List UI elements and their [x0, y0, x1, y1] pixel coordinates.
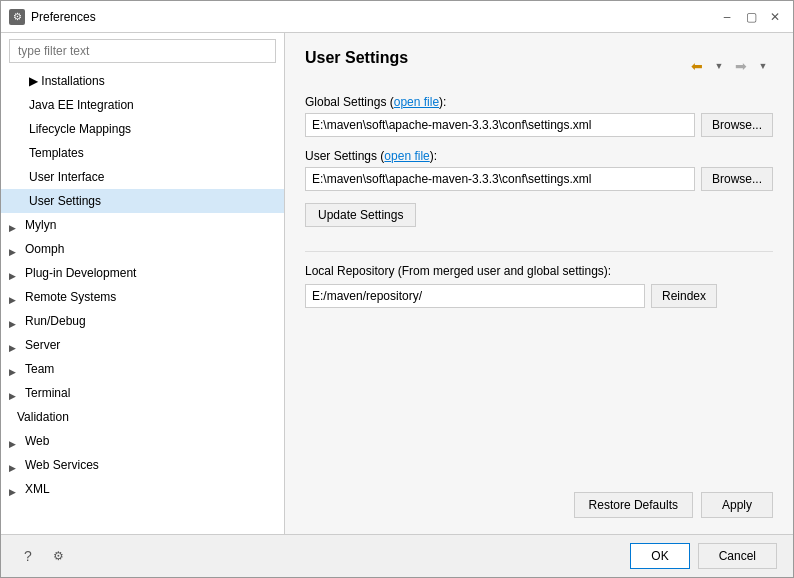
user-path-input[interactable] — [305, 167, 695, 191]
right-panel: User Settings ⬅ ▼ ➡ ▼ Global Settings (o… — [285, 33, 793, 534]
panel-toolbar: ⬅ ▼ ➡ ▼ — [687, 56, 773, 76]
user-settings-label: User Settings (open file): — [305, 149, 773, 163]
user-settings-row: Browse... — [305, 167, 773, 191]
chevron-icon: ▶ — [9, 291, 21, 303]
app-icon: ⚙ — [9, 9, 25, 25]
local-repo-label: Local Repository (From merged user and g… — [305, 264, 773, 278]
tree-item-xml[interactable]: ▶ XML — [1, 477, 284, 501]
window-title: Preferences — [31, 10, 96, 24]
chevron-icon: ▶ — [9, 459, 21, 471]
chevron-icon: ▶ — [9, 315, 21, 327]
preferences-window: ⚙ Preferences – ▢ ✕ ▶ Installations Java… — [0, 0, 794, 578]
chevron-icon: ▶ — [9, 339, 21, 351]
global-settings-row: Browse... — [305, 113, 773, 137]
bottom-bar: ? ⚙ OK Cancel — [1, 534, 793, 577]
chevron-icon: ▶ — [9, 435, 21, 447]
settings-button[interactable]: ⚙ — [47, 545, 69, 567]
chevron-icon: ▶ — [9, 363, 21, 375]
expand-icon: ▶ — [29, 74, 41, 88]
maximize-button[interactable]: ▢ — [741, 7, 761, 27]
forward-button[interactable]: ➡ — [731, 56, 751, 76]
tree-item-run-debug[interactable]: ▶ Run/Debug — [1, 309, 284, 333]
chevron-icon: ▶ — [9, 243, 21, 255]
tree-item-team[interactable]: ▶ Team — [1, 357, 284, 381]
tree-item-web[interactable]: ▶ Web — [1, 429, 284, 453]
reindex-button[interactable]: Reindex — [651, 284, 717, 308]
left-panel: ▶ Installations Java EE Integration Life… — [1, 33, 285, 534]
divider — [305, 251, 773, 252]
help-button[interactable]: ? — [17, 545, 39, 567]
tree-item-terminal[interactable]: ▶ Terminal — [1, 381, 284, 405]
tree-item-templates[interactable]: Templates — [1, 141, 284, 165]
tree-item-oomph[interactable]: ▶ Oomph — [1, 237, 284, 261]
cancel-button[interactable]: Cancel — [698, 543, 777, 569]
chevron-icon: ▶ — [9, 483, 21, 495]
panel-title: User Settings — [305, 49, 408, 67]
close-button[interactable]: ✕ — [765, 7, 785, 27]
tree-item-web-services[interactable]: ▶ Web Services — [1, 453, 284, 477]
chevron-icon: ▶ — [9, 387, 21, 399]
tree-item-plugin-dev[interactable]: ▶ Plug-in Development — [1, 261, 284, 285]
restore-defaults-button[interactable]: Restore Defaults — [574, 492, 693, 518]
forward-dropdown-button[interactable]: ▼ — [753, 56, 773, 76]
tree-item-user-settings[interactable]: User Settings — [1, 189, 284, 213]
global-settings-link[interactable]: open file — [394, 95, 439, 109]
tree-item-validation[interactable]: Validation — [1, 405, 284, 429]
tree-container: ▶ Installations Java EE Integration Life… — [1, 69, 284, 534]
tree-item-user-interface[interactable]: User Interface — [1, 165, 284, 189]
chevron-icon: ▶ — [9, 219, 21, 231]
user-browse-button[interactable]: Browse... — [701, 167, 773, 191]
local-repo-row: Reindex — [305, 284, 773, 308]
chevron-icon: ▶ — [9, 267, 21, 279]
global-path-input[interactable] — [305, 113, 695, 137]
tree-item-mylyn[interactable]: ▶ Mylyn — [1, 213, 284, 237]
global-browse-button[interactable]: Browse... — [701, 113, 773, 137]
user-settings-link[interactable]: open file — [384, 149, 429, 163]
title-bar: ⚙ Preferences – ▢ ✕ — [1, 1, 793, 33]
back-button[interactable]: ⬅ — [687, 56, 707, 76]
section-actions: Restore Defaults Apply — [305, 480, 773, 518]
update-settings-button[interactable]: Update Settings — [305, 203, 416, 227]
apply-button[interactable]: Apply — [701, 492, 773, 518]
tree-item-lifecycle[interactable]: Lifecycle Mappings — [1, 117, 284, 141]
tree-item-server[interactable]: ▶ Server — [1, 333, 284, 357]
minimize-button[interactable]: – — [717, 7, 737, 27]
tree-item-java-ee[interactable]: Java EE Integration — [1, 93, 284, 117]
ok-button[interactable]: OK — [630, 543, 689, 569]
global-settings-label: Global Settings (open file): — [305, 95, 773, 109]
filter-input[interactable] — [9, 39, 276, 63]
main-content: ▶ Installations Java EE Integration Life… — [1, 33, 793, 534]
tree-item-remote-systems[interactable]: ▶ Remote Systems — [1, 285, 284, 309]
local-repo-input[interactable] — [305, 284, 645, 308]
back-dropdown-button[interactable]: ▼ — [709, 56, 729, 76]
tree-item-installations[interactable]: ▶ Installations — [1, 69, 284, 93]
